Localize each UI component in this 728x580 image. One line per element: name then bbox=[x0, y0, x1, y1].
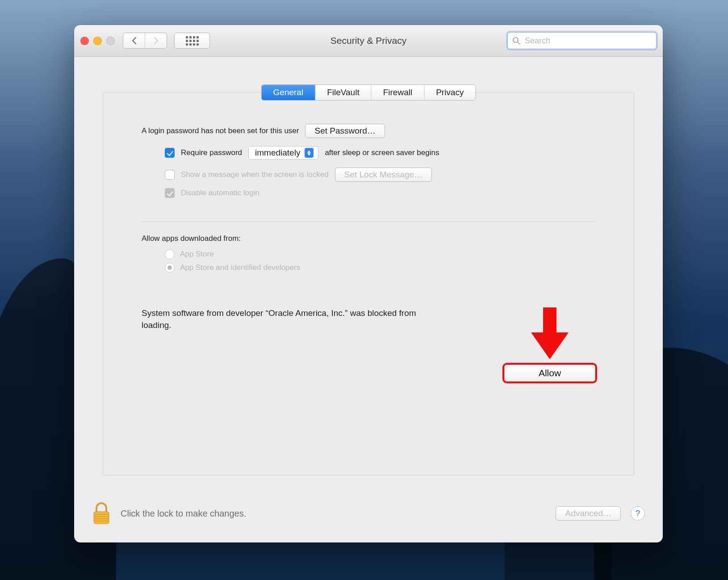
allow-identified-dev-label: App Store and identified developers bbox=[180, 263, 300, 272]
annotation-arrow-icon bbox=[528, 307, 571, 361]
tab-filevault[interactable]: FileVault bbox=[315, 85, 372, 100]
tab-bar: General FileVault Firewall Privacy bbox=[261, 84, 476, 101]
svg-rect-2 bbox=[543, 307, 556, 334]
section-divider bbox=[142, 221, 595, 222]
disable-automatic-login-label: Disable automatic login bbox=[181, 189, 259, 198]
require-password-checkbox[interactable] bbox=[165, 148, 175, 158]
lock-icon[interactable] bbox=[92, 502, 111, 525]
apps-grid-icon bbox=[186, 36, 199, 46]
close-window-button[interactable] bbox=[80, 37, 89, 45]
show-all-prefs-button[interactable] bbox=[174, 33, 210, 49]
search-input[interactable] bbox=[524, 36, 652, 46]
security-privacy-window: Security & Privacy General FileVault Fir… bbox=[74, 25, 663, 542]
svg-rect-4 bbox=[94, 512, 109, 524]
disable-automatic-login-checkbox bbox=[165, 188, 175, 198]
svg-marker-3 bbox=[531, 332, 569, 359]
forward-button bbox=[145, 33, 167, 48]
general-section: A login password has not been set for th… bbox=[103, 92, 634, 382]
tab-firewall[interactable]: Firewall bbox=[372, 85, 424, 100]
tab-general[interactable]: General bbox=[262, 85, 316, 100]
zoom-window-button bbox=[106, 37, 115, 45]
set-password-button[interactable]: Set Password… bbox=[305, 124, 385, 138]
back-button[interactable] bbox=[123, 33, 145, 48]
search-field[interactable] bbox=[507, 32, 657, 49]
require-password-label-left: Require password bbox=[181, 148, 242, 157]
svg-line-1 bbox=[518, 42, 520, 44]
titlebar: Security & Privacy bbox=[74, 25, 663, 57]
stepper-icon bbox=[305, 148, 314, 158]
allow-annotation: Allow bbox=[504, 307, 595, 382]
search-icon bbox=[512, 37, 520, 45]
allow-button[interactable]: Allow bbox=[504, 365, 595, 382]
footer: Click the lock to make changes. Advanced… bbox=[74, 484, 663, 542]
login-password-status: A login password has not been set for th… bbox=[142, 126, 299, 135]
allow-identified-dev-radio bbox=[165, 263, 175, 273]
allow-app-store-radio bbox=[165, 249, 175, 259]
require-password-label-right: after sleep or screen saver begins bbox=[325, 148, 439, 157]
allow-app-store-label: App Store bbox=[180, 250, 214, 259]
chevron-right-icon bbox=[154, 37, 159, 44]
advanced-button: Advanced… bbox=[556, 506, 621, 521]
minimize-window-button[interactable] bbox=[93, 37, 102, 45]
tab-privacy[interactable]: Privacy bbox=[424, 85, 475, 100]
chevron-left-icon bbox=[132, 37, 137, 44]
set-lock-message-button: Set Lock Message… bbox=[335, 168, 432, 182]
allow-apps-header: Allow apps downloaded from: bbox=[142, 234, 595, 243]
show-lock-message-label: Show a message when the screen is locked bbox=[181, 170, 329, 179]
lock-message: Click the lock to make changes. bbox=[121, 509, 246, 519]
help-button[interactable]: ? bbox=[631, 506, 645, 521]
content-panel: General FileVault Firewall Privacy A log… bbox=[103, 92, 634, 475]
window-controls bbox=[80, 37, 115, 45]
svg-point-0 bbox=[513, 38, 518, 42]
blocked-software-message: System software from developer “Oracle A… bbox=[142, 307, 427, 331]
require-password-delay-value: immediately bbox=[255, 148, 300, 158]
show-lock-message-checkbox bbox=[165, 170, 175, 180]
nav-back-forward bbox=[123, 33, 167, 49]
require-password-delay-select[interactable]: immediately bbox=[248, 146, 318, 160]
